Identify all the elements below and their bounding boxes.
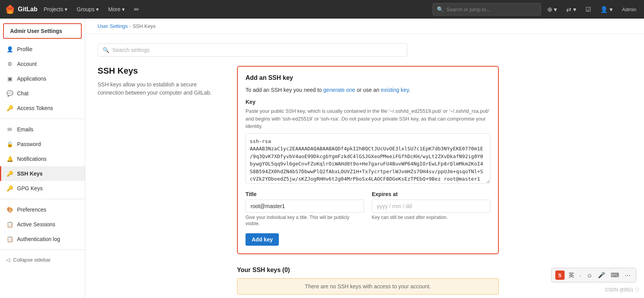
ssh-intro: To add an SSH key you need to generate o… — [246, 86, 490, 94]
merge-requests-icon[interactable]: ⇄ ▾ — [563, 4, 579, 15]
ssh-empty-notice: There are no SSH keys with access to you… — [237, 278, 499, 295]
existing-key-link[interactable]: existing key — [381, 87, 409, 93]
sidebar-item-emails[interactable]: ✉ Emails — [0, 122, 85, 137]
title-label: Title — [246, 191, 364, 197]
sidebar-item-profile[interactable]: 👤 Profile — [0, 42, 85, 57]
sidebar-item-active-sessions[interactable]: 📋 Active Sessions — [0, 217, 85, 232]
sidebar-item-chat[interactable]: 💬 Chat — [0, 86, 85, 101]
access-tokens-icon: 🔑 — [6, 105, 13, 112]
pencil-icon[interactable]: ✏ — [131, 4, 142, 15]
authentication-log-icon: 📋 — [6, 236, 13, 243]
watermark: CSDN @阿白 ♡ — [605, 287, 639, 293]
sidebar-divider-3 — [0, 250, 85, 250]
ssh-keys-list-section: Your SSH keys (0) There are no SSH keys … — [237, 267, 499, 295]
password-icon: 🔒 — [6, 141, 13, 148]
settings-search-icon: 🔍 — [103, 47, 109, 53]
sidebar-item-password[interactable]: 🔒 Password — [0, 137, 85, 152]
sidebar-item-account[interactable]: ⚙ Account — [0, 57, 85, 71]
form-group-expires: Expires at Key can still be used after e… — [372, 191, 490, 227]
generate-key-link[interactable]: generate one — [323, 87, 355, 93]
collapse-sidebar-button[interactable]: ◁ Collapse sidebar — [0, 253, 85, 267]
page-description: SSH keys allow you to establish a secure… — [98, 81, 222, 97]
sidebar-item-authentication-log[interactable]: 📋 Authentication log — [0, 232, 85, 246]
sidebar-divider-1 — [0, 119, 85, 119]
global-search[interactable]: 🔍 — [433, 3, 541, 16]
main-content: User Settings › SSH Keys 🔍 SSH Keys SSH … — [85, 19, 644, 298]
add-ssh-title: Add an SSH key — [246, 74, 490, 81]
settings-search-bar[interactable]: 🔍 — [98, 43, 407, 57]
gpg-keys-icon: 🔑 — [6, 185, 13, 192]
expires-label: Expires at — [372, 191, 490, 197]
search-input[interactable] — [447, 7, 537, 12]
settings-search-input[interactable] — [112, 47, 402, 53]
user-menu[interactable]: 👤 ▾ — [597, 4, 616, 15]
sidebar-item-notifications[interactable]: 🔔 Notifications — [0, 152, 85, 166]
ime-emoji-button[interactable]: ☺ — [585, 271, 594, 279]
form-group-title: Title Give your individual key a title. … — [246, 191, 364, 227]
add-ssh-key-form: Add an SSH key To add an SSH key you nee… — [237, 66, 499, 254]
sidebar-divider-2 — [0, 199, 85, 199]
form-row-title-expires: Title Give your individual key a title. … — [246, 191, 490, 227]
breadcrumb-separator: › — [129, 23, 131, 29]
app-logo[interactable]: GitLab — [5, 4, 38, 15]
ssh-keys-icon: 🔑 — [6, 170, 13, 177]
ime-mic-button[interactable]: 🎤 — [596, 271, 607, 279]
more-menu[interactable]: More ▾ — [105, 5, 128, 14]
sidebar-item-applications[interactable]: ▣ Applications — [0, 71, 85, 86]
key-description: Paste your public SSH key, which is usua… — [246, 107, 490, 130]
ime-more-button[interactable]: ⋯ — [623, 271, 632, 279]
sidebar-item-preferences[interactable]: 🎨 Preferences — [0, 202, 85, 217]
expires-hint: Key can still be used after expiration. — [372, 214, 490, 221]
ime-logo: S — [555, 270, 565, 280]
title-input[interactable] — [246, 200, 364, 213]
collapse-icon: ◁ — [6, 257, 10, 263]
projects-menu[interactable]: Projects ▾ — [41, 5, 71, 14]
key-label: Key — [246, 99, 490, 105]
chat-icon: 💬 — [6, 90, 13, 97]
breadcrumb-parent[interactable]: User Settings — [98, 23, 128, 29]
sidebar-header: Admir User Settings — [3, 23, 82, 39]
page-title: SSH Keys — [98, 66, 222, 76]
ssh-list-title: Your SSH keys (0) — [237, 267, 499, 274]
breadcrumb: User Settings › SSH Keys — [85, 19, 644, 34]
profile-icon: 👤 — [6, 46, 13, 53]
add-key-button[interactable]: Add key — [246, 233, 279, 246]
notifications-icon: 🔔 — [6, 155, 13, 162]
breadcrumb-current: SSH Keys — [132, 23, 155, 29]
top-navigation: GitLab Projects ▾ Groups ▾ More ▾ ✏ 🔍 ⊕ … — [0, 0, 644, 19]
ime-punctuation-button[interactable]: · — [578, 271, 583, 279]
sidebar-item-ssh-keys[interactable]: 🔑 SSH Keys — [0, 166, 85, 181]
search-icon: 🔍 — [437, 6, 443, 12]
ime-keyboard-button[interactable]: ⌨ — [609, 271, 621, 279]
groups-menu[interactable]: Groups ▾ — [74, 5, 102, 14]
sidebar-item-gpg-keys[interactable]: 🔑 GPG Keys — [0, 181, 85, 196]
sidebar: Admir User Settings 👤 Profile ⚙ Account … — [0, 19, 85, 298]
ime-eng-button[interactable]: 英 — [567, 271, 576, 280]
emails-icon: ✉ — [6, 126, 13, 133]
title-hint: Give your individual key a title. This w… — [246, 214, 364, 227]
new-item-button[interactable]: ⊕ ▾ — [544, 4, 560, 15]
active-sessions-icon: 📋 — [6, 221, 13, 228]
sidebar-item-access-tokens[interactable]: 🔑 Access Tokens — [0, 101, 85, 115]
applications-icon: ▣ — [6, 75, 13, 82]
account-icon: ⚙ — [6, 60, 13, 67]
issues-icon[interactable]: ☑ — [582, 4, 594, 15]
ime-toolbar: S 英 · ☺ 🎤 ⌨ ⋯ — [551, 268, 637, 282]
expires-input[interactable] — [372, 200, 490, 213]
key-textarea[interactable]: ssh-rsa AAAAB3NzaC1yc2EAAAADAQABAABAQDf4… — [246, 133, 490, 184]
admin-label[interactable]: Admin — [619, 5, 639, 14]
preferences-icon: 🎨 — [6, 206, 13, 213]
